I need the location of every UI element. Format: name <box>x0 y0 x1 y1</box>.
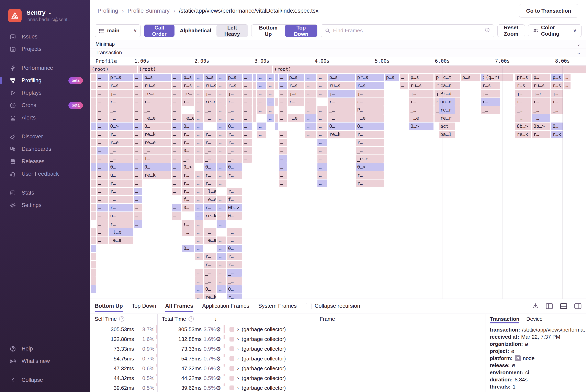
sidebar-item-stats[interactable]: Stats <box>0 187 90 199</box>
flame-frame[interactable]: … <box>134 163 142 171</box>
flame-frame[interactable]: u… <box>109 212 133 220</box>
flame-frame[interactable]: … <box>279 74 287 81</box>
flame-frame[interactable]: … <box>97 98 108 106</box>
flame-frame[interactable]: je…r <box>182 90 194 98</box>
flame-frame[interactable]: p… <box>532 74 550 81</box>
go-to-transaction-button[interactable]: Go to Transaction <box>519 4 578 18</box>
flame-frame[interactable]: … <box>97 188 108 195</box>
flame-frame[interactable]: _e…e <box>182 114 194 122</box>
flame-frame[interactable]: (root) <box>90 66 137 73</box>
flame-frame[interactable]: 0… <box>204 285 216 293</box>
flame-frame[interactable]: c… <box>356 98 384 106</box>
flame-frame[interactable] <box>91 196 96 203</box>
flame-frame[interactable]: _e…e <box>143 114 171 122</box>
flame-frame[interactable]: P… <box>356 106 384 114</box>
flame-frame[interactable]: _…e <box>288 114 304 122</box>
flame-frame[interactable]: _… <box>109 147 133 154</box>
flame-frame[interactable]: … <box>317 147 327 154</box>
flame-frame[interactable]: _… <box>204 228 216 236</box>
flame-frame[interactable]: pr…s <box>515 74 531 81</box>
flame-frame[interactable]: … <box>97 220 108 228</box>
flame-frame[interactable]: _… <box>227 236 242 244</box>
flame-frame[interactable]: … <box>195 139 203 146</box>
flame-frame[interactable] <box>91 245 96 252</box>
flame-frame[interactable]: … <box>195 269 203 276</box>
flame-frame[interactable]: … <box>195 228 203 236</box>
flame-frame[interactable]: … <box>267 106 274 114</box>
flame-frame[interactable]: … <box>97 236 108 244</box>
flame-frame[interactable]: _l…e <box>204 188 216 195</box>
flame-frame[interactable] <box>275 82 278 89</box>
flame-frame[interactable]: (root) <box>273 66 586 73</box>
flame-frame[interactable]: … <box>279 131 287 138</box>
flame-frame[interactable]: … <box>134 106 142 114</box>
flame-frame[interactable]: … <box>195 90 203 98</box>
flame-frame[interactable]: … <box>257 74 266 81</box>
sidebar-item-releases[interactable]: Releases <box>0 155 90 168</box>
flame-frame[interactable]: … <box>195 212 203 220</box>
flame-frame[interactable]: … <box>400 82 408 89</box>
flame-frame[interactable]: r… <box>551 98 563 106</box>
flame-frame[interactable]: … <box>97 82 108 89</box>
flame-frame[interactable]: … <box>195 245 203 252</box>
flame-frame[interactable] <box>91 212 96 220</box>
flame-frame[interactable]: … <box>134 188 142 195</box>
flame-frame[interactable]: j… <box>515 90 531 98</box>
flame-frame[interactable]: … <box>279 147 287 154</box>
sidebar-item-alerts[interactable]: Alerts <box>0 112 90 124</box>
flame-frame[interactable]: _… <box>409 106 433 114</box>
flame-frame[interactable]: … <box>195 122 203 130</box>
flame-frame[interactable]: … <box>305 106 316 114</box>
flame-frame[interactable]: … <box>217 74 226 81</box>
flame-frame[interactable]: … <box>172 98 181 106</box>
flame-frame[interactable]: … <box>134 122 142 130</box>
flame-frame[interactable]: 0… <box>109 163 133 171</box>
flame-frame[interactable]: re…k <box>204 294 216 298</box>
flame-frame[interactable]: _…e <box>356 114 384 122</box>
flame-frame[interactable]: … <box>243 82 252 89</box>
flame-frame[interactable]: … <box>257 131 266 138</box>
flame-frame[interactable]: _… <box>109 196 133 203</box>
flame-frame[interactable]: ru…s <box>328 82 355 89</box>
flame-frame[interactable]: … <box>97 74 108 81</box>
self-time-header[interactable]: Self Time? <box>95 314 124 324</box>
flame-frame[interactable]: 0b…> <box>515 122 531 130</box>
flame-frame[interactable]: _… <box>227 277 242 285</box>
flame-frame[interactable]: … <box>217 261 226 268</box>
flame-frame[interactable]: re…k <box>204 212 216 220</box>
flame-frame[interactable]: … <box>317 74 327 81</box>
sort-call-order[interactable]: Call Order <box>144 25 175 37</box>
flame-frame[interactable]: _… <box>204 106 216 114</box>
flame-frame[interactable]: re…r <box>439 106 455 114</box>
flame-frame[interactable]: r… <box>182 188 194 195</box>
flame-frame[interactable]: … <box>305 74 316 81</box>
flame-frame[interactable]: … <box>217 212 226 220</box>
flame-frame[interactable]: … <box>257 106 266 114</box>
flame-frame[interactable]: … <box>172 122 181 130</box>
tab-application-frames[interactable]: Application Frames <box>202 299 249 313</box>
flame-frame[interactable]: re…r <box>439 114 455 122</box>
flame-frame[interactable]: … <box>134 82 142 89</box>
flame-frame[interactable]: … <box>134 90 142 98</box>
flame-frame[interactable] <box>91 98 96 106</box>
tab-bottom-up[interactable]: Bottom Up <box>95 299 123 313</box>
flame-frame[interactable]: … <box>217 147 226 154</box>
flame-frame[interactable]: r… <box>109 180 133 187</box>
flame-frame[interactable]: … <box>172 171 181 179</box>
flame-frame[interactable]: r…s <box>227 82 242 89</box>
flame-frame[interactable]: un…n <box>439 98 455 106</box>
flame-frame[interactable]: _… <box>227 269 242 276</box>
flame-frame[interactable]: … <box>217 171 226 179</box>
sidebar-item-replays[interactable]: Replays <box>0 87 90 99</box>
flame-frame[interactable]: … <box>195 220 203 228</box>
flame-frame[interactable]: 0… <box>182 204 194 212</box>
flame-frame[interactable] <box>91 139 96 146</box>
gear-icon[interactable]: ⚙ <box>216 334 221 344</box>
flame-frame[interactable]: … <box>172 212 181 220</box>
flame-frame[interactable]: ru…s <box>204 82 216 89</box>
flame-frame[interactable]: … <box>195 155 203 162</box>
flame-frame[interactable]: … <box>305 98 316 106</box>
flame-frame[interactable]: ru…s <box>532 82 550 89</box>
expand-chevron-icon[interactable]: › <box>237 326 239 332</box>
flame-frame[interactable]: … <box>243 131 252 138</box>
